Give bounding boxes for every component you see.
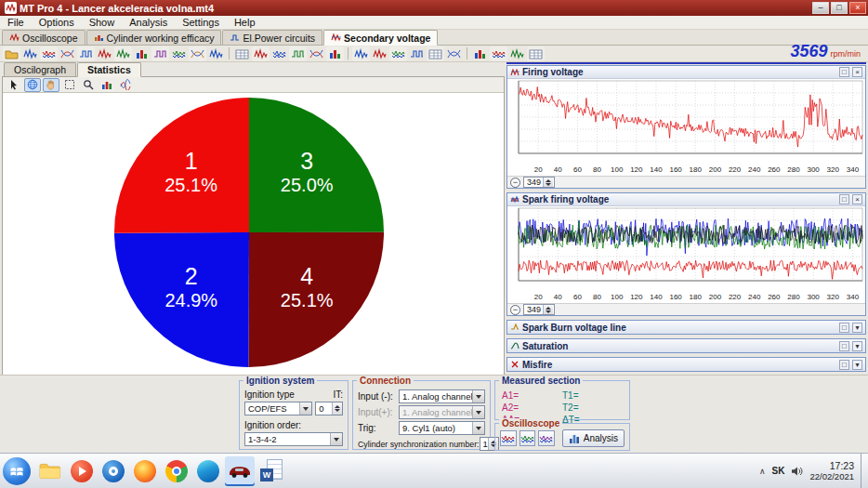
close-section-button[interactable]: × bbox=[852, 194, 862, 204]
zoom-tool-button[interactable] bbox=[80, 78, 97, 92]
tab-statistics[interactable]: Statistics bbox=[77, 62, 141, 77]
toolbar-dual-overlay-icon[interactable] bbox=[170, 46, 188, 61]
toolbar-waveform-a-icon[interactable] bbox=[252, 46, 270, 61]
menu-analysis[interactable]: Analysis bbox=[122, 16, 175, 29]
ignition-type-select[interactable]: COP/EFS bbox=[244, 402, 312, 415]
toolbar-waveform-view-icon[interactable] bbox=[21, 46, 39, 61]
toolbar-overlay-view-icon[interactable] bbox=[59, 46, 76, 61]
input-negative-select[interactable]: 1. Analog channel 1 bbox=[399, 389, 485, 403]
toolbar-dual-waveform-view-icon[interactable] bbox=[40, 46, 58, 61]
popout-button[interactable]: □ bbox=[839, 67, 849, 77]
menu-settings[interactable]: Settings bbox=[175, 16, 227, 29]
oscilloscope-preset-1-button[interactable] bbox=[500, 430, 517, 446]
toolbar-cross-compare-icon[interactable] bbox=[189, 46, 206, 61]
section-header-spark-firing-voltage[interactable]: Spark firing voltage □ × bbox=[507, 193, 865, 206]
trig-select[interactable]: 9. Cyl1 (auto) bbox=[399, 421, 485, 435]
globe-tool-button[interactable] bbox=[24, 78, 41, 92]
maximize-button[interactable]: □ bbox=[831, 2, 848, 14]
ignition-order-select[interactable]: 1-3-4-2 bbox=[244, 432, 343, 446]
toolbar-square-signal-view-icon[interactable] bbox=[77, 46, 95, 61]
toolbar-dual-b-icon[interactable] bbox=[270, 46, 288, 61]
zoom-out-button[interactable]: − bbox=[510, 305, 520, 315]
tab-el-power-circuits[interactable]: El.Power circuits bbox=[222, 30, 322, 45]
spinner-arrows-icon[interactable] bbox=[543, 178, 553, 187]
toolbar-pulse-h-icon[interactable] bbox=[408, 46, 426, 61]
taskbar-media-player[interactable] bbox=[67, 456, 97, 486]
toolbar-pulse-c-icon[interactable] bbox=[289, 46, 307, 61]
bar-chart-button[interactable] bbox=[99, 78, 115, 92]
oscilloscope-preset-2-button[interactable] bbox=[519, 430, 536, 446]
menu-options[interactable]: Options bbox=[32, 16, 82, 29]
toolbar-open-file-icon[interactable] bbox=[3, 46, 20, 61]
section-header-misfire[interactable]: Misfire □ ▾ bbox=[507, 358, 865, 371]
toolbar-table-i-icon[interactable] bbox=[427, 46, 444, 61]
minimize-button[interactable]: – bbox=[812, 2, 829, 14]
toolbar-cross-d-icon[interactable] bbox=[308, 46, 325, 61]
cylinder-balance-pie-chart[interactable]: 325.0%425.1%224.9%125.1% bbox=[3, 93, 504, 375]
pointer-tool-button[interactable] bbox=[6, 78, 22, 92]
dropdown-arrow-icon[interactable] bbox=[472, 390, 484, 402]
taskbar-file-explorer[interactable] bbox=[35, 456, 65, 486]
toolbar-cross-j-icon[interactable] bbox=[445, 46, 463, 61]
it-spinner[interactable]: 0 bbox=[315, 402, 343, 415]
section-header-spark-burn[interactable]: Spark Burn voltage line □ ▾ bbox=[507, 321, 865, 334]
toolbar-dual-g-icon[interactable] bbox=[389, 46, 407, 61]
firing-voltage-chart[interactable]: 2040608010012014016018020022024026028030… bbox=[507, 79, 865, 176]
volume-icon[interactable] bbox=[791, 466, 803, 477]
spinner-arrows-icon[interactable] bbox=[543, 305, 553, 314]
analysis-button[interactable]: Analysis bbox=[562, 429, 625, 447]
sample-count-box[interactable]: 349 bbox=[523, 304, 555, 315]
expand-section-button[interactable]: ▾ bbox=[852, 360, 862, 370]
taskbar-word[interactable]: W bbox=[256, 456, 286, 486]
toolbar-data-table-icon[interactable] bbox=[233, 46, 251, 61]
hidden-icons-button[interactable]: ∧ bbox=[759, 467, 766, 476]
toolbar-table-n-icon[interactable] bbox=[527, 46, 545, 61]
language-indicator[interactable]: SK bbox=[772, 466, 785, 476]
taskbar-player-blue[interactable] bbox=[99, 456, 128, 486]
menu-help[interactable]: Help bbox=[227, 16, 263, 29]
dropdown-arrow-icon[interactable] bbox=[472, 422, 484, 434]
taskbar-chrome[interactable] bbox=[162, 456, 191, 486]
dropdown-arrow-icon[interactable] bbox=[299, 402, 311, 415]
pan-tool-button[interactable] bbox=[43, 78, 59, 92]
toolbar-pulse-view-icon[interactable] bbox=[151, 46, 169, 61]
toolbar-histogram-k-icon[interactable] bbox=[471, 46, 489, 61]
waveform-compare-button[interactable] bbox=[117, 78, 134, 92]
toolbar-waveform-f-icon[interactable] bbox=[371, 46, 388, 61]
start-button[interactable] bbox=[3, 457, 31, 485]
tab-oscilloscope[interactable]: Oscilloscope bbox=[2, 30, 85, 45]
toolbar-histogram-b-icon[interactable] bbox=[326, 46, 344, 61]
popout-button[interactable]: □ bbox=[839, 360, 849, 370]
taskbar-mt-pro[interactable] bbox=[225, 456, 255, 486]
spark-firing-voltage-chart[interactable]: 2040608010012014016018020022024026028030… bbox=[507, 206, 865, 303]
oscilloscope-preset-3-button[interactable] bbox=[538, 430, 555, 446]
show-desktop-button[interactable] bbox=[861, 454, 866, 488]
tab-secondary-voltage[interactable]: Secondary voltage bbox=[323, 30, 438, 46]
section-header-firing-voltage[interactable]: Firing voltage □ × bbox=[507, 66, 865, 79]
clock[interactable]: 17:23 22/02/2021 bbox=[809, 460, 854, 482]
section-header-saturation[interactable]: Saturation □ ▾ bbox=[507, 339, 865, 352]
close-button[interactable]: × bbox=[849, 2, 866, 14]
popout-button[interactable]: □ bbox=[839, 194, 849, 204]
popout-button[interactable]: □ bbox=[839, 323, 849, 333]
close-section-button[interactable]: × bbox=[852, 67, 862, 77]
expand-section-button[interactable]: ▾ bbox=[852, 341, 862, 351]
sample-count-box[interactable]: 349 bbox=[523, 177, 555, 188]
menu-file[interactable]: File bbox=[0, 16, 32, 29]
toolbar-green-waveform-icon[interactable] bbox=[114, 46, 132, 61]
toolbar-red-waveform-icon[interactable] bbox=[96, 46, 113, 61]
taskbar-edge[interactable] bbox=[193, 456, 223, 486]
toolbar-histogram-view-icon[interactable] bbox=[133, 46, 151, 61]
popout-button[interactable]: □ bbox=[839, 341, 849, 351]
dropdown-arrow-icon[interactable] bbox=[330, 433, 342, 445]
expand-section-button[interactable]: ▾ bbox=[852, 323, 862, 333]
toolbar-blue-waveform-icon[interactable] bbox=[207, 46, 225, 61]
tab-cylinder-working-efficacy[interactable]: Cylinder working efficacy bbox=[86, 30, 222, 45]
tab-oscilograph[interactable]: Oscilograph bbox=[4, 62, 76, 76]
toolbar-waveform-m-icon[interactable] bbox=[508, 46, 526, 61]
toolbar-waveform-e-icon[interactable] bbox=[352, 46, 370, 61]
spinner-arrows-icon[interactable] bbox=[332, 402, 342, 415]
toolbar-dual-l-icon[interactable] bbox=[490, 46, 507, 61]
zoom-out-button[interactable]: − bbox=[510, 178, 520, 188]
select-region-button[interactable] bbox=[61, 78, 78, 92]
